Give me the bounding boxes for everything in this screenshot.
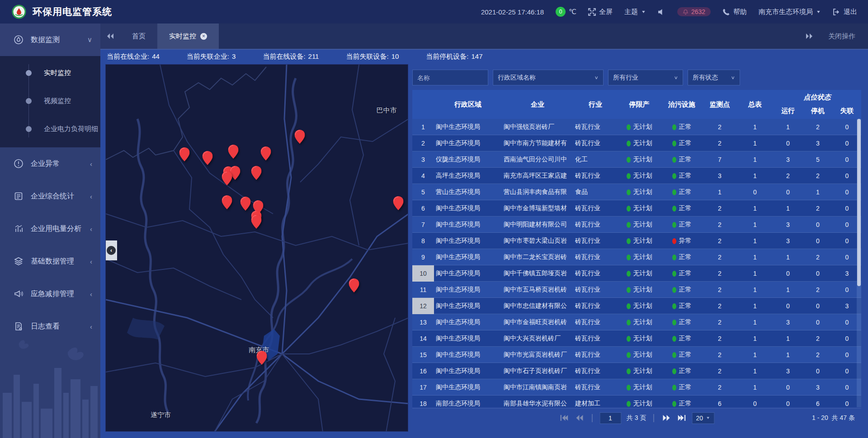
cell-points: 2 [703, 205, 737, 212]
map-marker-pin[interactable] [251, 215, 262, 229]
record-range: 1 - 20 共 47 条 [812, 414, 861, 422]
map-collapse-button[interactable]: ‹ [105, 240, 117, 260]
tabs-scroll-right-button[interactable] [806, 33, 813, 39]
map-marker-pin[interactable] [256, 351, 267, 365]
sidebar-item-power-analysis[interactable]: 企业用电量分析 ‹ [0, 212, 100, 245]
table-row[interactable]: 2 阆中生态环境局 阆中市南方节能建材有 砖瓦行业 无计划 正常 2 1 0 [412, 135, 861, 151]
speaker-icon [658, 8, 665, 16]
table-row[interactable]: 6 阆中生态环境局 阆中市金博瑞新型墙材 砖瓦行业 无计划 正常 2 1 1 [412, 200, 861, 217]
cell-stop-status: 无计划 [618, 351, 661, 359]
sidebar-subitem-realtime-monitor[interactable]: 实时监控 [0, 59, 100, 87]
map-marker-pin[interactable] [393, 196, 403, 210]
cell-company: 南充市高坪区王家店建 [502, 172, 573, 180]
logout-button[interactable]: 退出 [833, 8, 857, 16]
page-number-input[interactable]: 1 [599, 412, 621, 424]
industry-filter-select[interactable]: 所有行业 ∨ [608, 70, 683, 85]
cell-meters: 1 [737, 205, 773, 212]
sidebar-item-emergency-reduction[interactable]: 应急减排管理 ‹ [0, 278, 100, 310]
map-marker-pin[interactable] [294, 130, 305, 144]
cell-facility-status: 正常 [661, 221, 703, 229]
table-row[interactable]: 17 阆中生态环境局 阆中市江南镇阆南页岩 砖瓦行业 无计划 正常 2 1 0 [412, 379, 861, 396]
cell-meters: 1 [737, 302, 773, 310]
name-filter-input[interactable] [417, 74, 483, 81]
table-row[interactable]: 3 仪陇生态环境局 西南油气田分公司川中 化工 无计划 正常 7 1 3 [412, 151, 861, 168]
cell-run: 3 [773, 156, 803, 163]
table-row[interactable]: 14 阆中生态环境局 阆中大兴页岩机砖厂 砖瓦行业 无计划 正常 2 1 1 [412, 330, 861, 347]
sidebar-subitem-video-monitor[interactable]: 视频监控 [0, 87, 100, 115]
help-button[interactable]: 帮助 [722, 8, 747, 16]
stat-item: 当前失联设备:10 [346, 52, 399, 61]
next-page-button[interactable] [661, 414, 671, 422]
cell-stop-status: 无计划 [618, 302, 661, 310]
cell-industry: 食品 [573, 188, 618, 196]
cell-company: 阆中市金福旺页岩机砖 [502, 318, 573, 326]
map-marker-pin[interactable] [241, 197, 251, 211]
cell-stop-status: 无计划 [618, 221, 661, 229]
org-dropdown[interactable]: 南充市生态环境局 ▼ [759, 8, 821, 16]
last-page-button[interactable] [677, 414, 687, 422]
cell-company: 阆中市石子页岩机砖厂 [502, 367, 573, 375]
map-marker-pin[interactable] [222, 195, 232, 209]
table-row[interactable]: 13 阆中生态环境局 阆中市金福旺页岩机砖 砖瓦行业 无计划 正常 2 1 3 [412, 314, 861, 330]
mute-button[interactable] [658, 8, 665, 16]
cell-facility-status: 正常 [661, 334, 703, 343]
first-page-button[interactable] [559, 414, 569, 422]
table-row[interactable]: 9 阆中生态环境局 阆中市二龙长宝页岩砖 砖瓦行业 无计划 正常 2 1 1 [412, 249, 861, 265]
close-operations-button[interactable]: 关闭操作 [828, 32, 855, 41]
table-row[interactable]: 1 阆中生态环境局 阆中强锐页岩砖厂 砖瓦行业 无计划 正常 2 1 1 [412, 119, 861, 135]
table-row[interactable]: 4 高坪生态环境局 南充市高坪区王家店建 砖瓦行业 无计划 正常 3 1 2 [412, 168, 861, 184]
map-marker-pin[interactable] [261, 146, 271, 160]
page-size-select[interactable]: 20 ▼ [692, 412, 714, 424]
sidebar-item-enterprise-statistics[interactable]: 企业综合统计 ‹ [0, 180, 100, 212]
status-dot-icon [627, 303, 631, 309]
table-row[interactable]: 5 营山生态环境局 营山县润丰肉食品有限 食品 无计划 正常 1 0 0 [412, 184, 861, 200]
row-index: 15 [412, 347, 434, 363]
tab-home[interactable]: 首页 [120, 24, 157, 49]
sidebar-item-data-monitoring[interactable]: 数据监测 ∨ [0, 24, 100, 56]
cell-facility-status: 正常 [661, 351, 703, 359]
map-marker-pin[interactable] [349, 278, 359, 292]
table-row[interactable]: 7 阆中生态环境局 阆中明阳建材有限公司 砖瓦行业 无计划 正常 2 1 3 [412, 217, 861, 233]
table-row[interactable]: 10 阆中生态环境局 阆中千佛镇五郎垭页岩 砖瓦行业 无计划 正常 2 1 0 [412, 265, 861, 282]
notification-badge[interactable]: 2632 [677, 7, 711, 16]
row-index: 6 [412, 200, 434, 217]
table-scrollbar-thumb[interactable] [857, 119, 861, 286]
table-row[interactable]: 12 阆中生态环境局 阆中市忠信建材有限公 砖瓦行业 无计划 正常 2 1 0 [412, 298, 861, 314]
sidebar-subitem-power-load-detail[interactable]: 企业电力负荷明细 [0, 115, 100, 143]
table-row[interactable]: 11 阆中生态环境局 阆中市五马桥页岩机砖 砖瓦行业 无计划 正常 2 1 1 [412, 282, 861, 298]
theme-dropdown[interactable]: 主题 ▼ [624, 8, 646, 16]
fullscreen-button[interactable]: 全屏 [588, 8, 613, 16]
cell-region: 阆中生态环境局 [434, 318, 502, 326]
table-scrollbar[interactable] [857, 119, 861, 407]
tabs-scroll-left-button[interactable] [100, 24, 120, 49]
sidebar-item-base-data[interactable]: 基础数据管理 ‹ [0, 245, 100, 278]
chevron-down-icon: ∨ [674, 75, 678, 80]
status-filter-select[interactable]: 所有状态 ∨ [688, 70, 740, 85]
name-filter-field[interactable] [412, 70, 488, 85]
map-marker-pin[interactable] [228, 145, 238, 159]
map-marker-pin[interactable] [222, 171, 232, 185]
table-header: 行政区域 企业 行业 停限产 治污设施 监测点 总表 点位状态 运行 停机 失联 [412, 90, 861, 119]
tab-close-icon[interactable]: ✕ [200, 33, 207, 40]
map-marker-pin[interactable] [203, 151, 213, 165]
region-filter-select[interactable]: 行政区域名称 ∨ [493, 70, 604, 85]
table-row[interactable]: 15 阆中生态环境局 阆中市光富页岩机砖厂 砖瓦行业 无计划 正常 2 1 1 [412, 347, 861, 363]
map-marker-pin[interactable] [179, 147, 189, 161]
col-run: 运行 [773, 107, 803, 115]
cell-meters: 1 [737, 156, 773, 163]
tab-realtime-monitor[interactable]: 实时监控 ✕ [157, 24, 219, 49]
map-marker-pin[interactable] [251, 166, 262, 180]
table-row[interactable]: 8 阆中生态环境局 阆中市枣碧大梁山页岩 砖瓦行业 无计划 异常 2 1 3 [412, 233, 861, 249]
cell-region: 高坪生态环境局 [434, 172, 502, 180]
temperature-unit: ℃ [569, 8, 576, 16]
table-rows: 1 阆中生态环境局 阆中强锐页岩砖厂 砖瓦行业 无计划 正常 2 1 1 [412, 119, 861, 407]
map-panel[interactable]: 巴中市南充市遂宁市 ‹ [105, 64, 408, 432]
table-row[interactable]: 16 阆中生态环境局 阆中市石子页岩机砖厂 砖瓦行业 无计划 正常 2 1 3 [412, 363, 861, 379]
cell-company: 阆中市光富页岩机砖厂 [502, 351, 573, 359]
cell-stop-status: 无计划 [618, 204, 661, 212]
table-row[interactable]: 18 南部生态环境局 南部县雄华水泥有限公 建材加工 无计划 正常 6 0 0 [412, 396, 861, 407]
prev-page-button[interactable] [575, 414, 585, 422]
fullscreen-icon [588, 8, 596, 16]
sidebar-item-enterprise-abnormal[interactable]: 企业异常 ‹ [0, 147, 100, 180]
cell-stop-status: 无计划 [618, 367, 661, 375]
